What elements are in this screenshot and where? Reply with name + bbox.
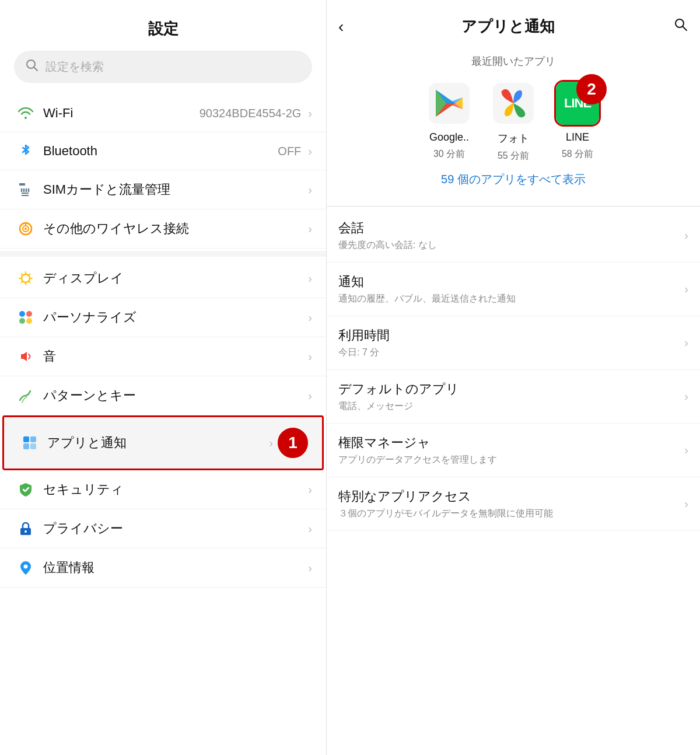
settings-item-sound[interactable]: 音 › xyxy=(0,337,326,376)
svg-line-36 xyxy=(683,27,687,31)
usage-text: 利用時間 今日: 7 分 xyxy=(338,327,684,359)
security-label: セキュリティ xyxy=(43,481,306,498)
default-chevron: › xyxy=(684,390,688,403)
privacy-chevron: › xyxy=(308,522,312,536)
right-panel: ‹ アプリと通知 最近開いたアプリ xyxy=(327,0,700,755)
search-placeholder: 設定を検索 xyxy=(46,59,104,75)
bluetooth-icon xyxy=(14,143,37,159)
badge-1: 1 xyxy=(278,428,308,458)
special-sub: ３個のアプリがモバイルデータを無制限に使用可能 xyxy=(338,508,684,520)
wireless-icon xyxy=(14,221,37,237)
settings-item-personalize[interactable]: パーソナライズ › xyxy=(0,298,326,337)
wifi-label: Wi-Fi xyxy=(43,106,200,121)
recent-apps-section: 最近開いたアプリ Google.. 30 分前 xyxy=(327,48,700,206)
right-panel-title: アプリと通知 xyxy=(351,16,665,37)
default-sub: 電話、メッセージ xyxy=(338,400,684,413)
right-list-item-usage[interactable]: 利用時間 今日: 7 分 › xyxy=(327,316,700,370)
recent-apps-label: 最近開いたアプリ xyxy=(338,54,688,68)
right-list-item-special[interactable]: 特別なアプリアクセス ３個のアプリがモバイルデータを無制限に使用可能 › xyxy=(327,477,700,531)
pattern-chevron: › xyxy=(308,389,312,403)
view-all-anchor[interactable]: 59 個のアプリをすべて表示 xyxy=(441,173,586,186)
svg-rect-31 xyxy=(30,443,36,449)
privacy-icon xyxy=(14,520,37,537)
app-icons-row: Google.. 30 分前 フォト 55 分前 xyxy=(338,80,688,162)
security-chevron: › xyxy=(308,483,312,497)
left-panel-title: 設定 xyxy=(0,0,326,51)
default-main: デフォルトのアプリ xyxy=(338,380,684,398)
search-icon xyxy=(26,59,38,75)
privacy-label: プライバシー xyxy=(43,520,306,537)
personalize-icon xyxy=(14,309,37,326)
svg-point-26 xyxy=(26,318,32,324)
settings-item-bluetooth[interactable]: Bluetooth OFF › xyxy=(0,132,326,170)
bluetooth-chevron: › xyxy=(308,145,312,158)
wifi-icon xyxy=(14,105,37,121)
settings-item-display[interactable]: ディスプレイ › xyxy=(0,259,326,298)
security-icon xyxy=(14,481,37,498)
display-label: ディスプレイ xyxy=(43,270,306,287)
location-label: 位置情報 xyxy=(43,559,306,576)
sound-label: 音 xyxy=(43,348,306,365)
svg-line-22 xyxy=(22,282,23,283)
right-list-item-default[interactable]: デフォルトのアプリ 電話、メッセージ › xyxy=(327,370,700,424)
search-bar[interactable]: 設定を検索 xyxy=(14,51,312,83)
right-divider xyxy=(327,206,700,207)
back-button[interactable]: ‹ xyxy=(338,18,344,36)
notification-sub: 通知の履歴、バブル、最近送信された通知 xyxy=(338,293,684,305)
right-list-item-notification[interactable]: 通知 通知の履歴、バブル、最近送信された通知 › xyxy=(327,263,700,316)
special-main: 特別なアプリアクセス xyxy=(338,488,684,505)
photos-app-name: フォト xyxy=(498,131,529,145)
settings-item-privacy[interactable]: プライバシー › xyxy=(0,509,326,548)
right-search-button[interactable] xyxy=(673,17,688,36)
right-list: 会話 優先度の高い会話: なし › 通知 通知の履歴、バブル、最近送信された通知… xyxy=(327,209,700,531)
permission-sub: アプリのデータアクセスを管理します xyxy=(338,454,684,466)
settings-item-wifi[interactable]: Wi-Fi 90324BDE4554-2G › xyxy=(0,95,326,132)
personalize-label: パーソナライズ xyxy=(43,309,306,326)
bluetooth-label: Bluetooth xyxy=(43,144,278,159)
settings-item-pattern[interactable]: パターンとキー › xyxy=(0,376,326,415)
wifi-chevron: › xyxy=(308,107,312,120)
svg-rect-28 xyxy=(23,436,29,442)
svg-point-33 xyxy=(24,530,27,533)
wifi-value: 90324BDE4554-2G xyxy=(200,107,302,120)
chat-text: 会話 優先度の高い会話: なし xyxy=(338,219,684,251)
display-chevron: › xyxy=(308,272,312,285)
right-list-item-chat[interactable]: 会話 優先度の高い会話: なし › xyxy=(327,209,700,263)
sim-label: SIMカードと流量管理 xyxy=(43,181,306,198)
svg-rect-30 xyxy=(23,443,29,449)
right-list-item-permission[interactable]: 権限マネージャ アプリのデータアクセスを管理します › xyxy=(327,424,700,477)
google-app-name: Google.. xyxy=(429,131,469,144)
settings-item-wireless[interactable]: その他のワイヤレス接続 › xyxy=(0,209,326,249)
svg-point-25 xyxy=(19,318,25,324)
settings-item-location[interactable]: 位置情報 › xyxy=(0,548,326,588)
app-item-photos[interactable]: フォト 55 分前 xyxy=(490,80,537,162)
left-panel: 設定 設定を検索 Wi-Fi 90324BDE4554-2G › xyxy=(0,0,327,755)
notification-text: 通知 通知の履歴、バブル、最近送信された通知 xyxy=(338,273,684,305)
settings-list: Wi-Fi 90324BDE4554-2G › Bluetooth OFF › xyxy=(0,95,326,588)
display-icon xyxy=(14,270,37,286)
permission-chevron: › xyxy=(684,443,688,457)
sim-icon xyxy=(14,181,37,198)
special-chevron: › xyxy=(684,497,688,511)
chat-main: 会話 xyxy=(338,219,684,237)
default-text: デフォルトのアプリ 電話、メッセージ xyxy=(338,380,684,413)
line-app-name: LINE xyxy=(566,131,589,144)
usage-sub: 今日: 7 分 xyxy=(338,347,684,359)
permission-main: 権限マネージャ xyxy=(338,434,684,452)
settings-item-sim[interactable]: SIMカードと流量管理 › xyxy=(0,170,326,209)
wireless-label: その他のワイヤレス接続 xyxy=(43,220,306,237)
google-icon-wrap xyxy=(426,80,473,127)
badge-2-outer: 2 xyxy=(576,74,607,104)
divider-1 xyxy=(0,251,326,257)
svg-rect-29 xyxy=(30,436,36,442)
sim-chevron: › xyxy=(308,183,312,197)
settings-item-apps[interactable]: アプリと通知 › 1 xyxy=(2,415,324,470)
app-item-google[interactable]: Google.. 30 分前 xyxy=(426,80,473,162)
app-item-line[interactable]: 2 LINE LINE 58 分前 xyxy=(554,80,601,162)
sound-icon xyxy=(14,348,37,365)
view-all-link[interactable]: 59 個のアプリをすべて表示 xyxy=(338,172,688,187)
svg-point-24 xyxy=(26,311,32,317)
settings-item-security[interactable]: セキュリティ › xyxy=(0,470,326,509)
svg-point-34 xyxy=(24,565,28,569)
apps-icon xyxy=(18,435,41,451)
